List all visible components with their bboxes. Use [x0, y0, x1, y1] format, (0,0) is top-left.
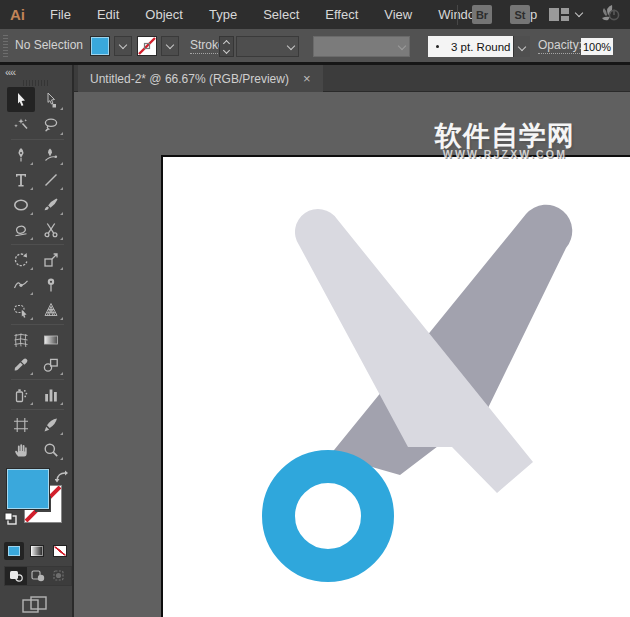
drawing-mode-buttons [4, 566, 72, 586]
curvature-tool[interactable] [37, 142, 65, 167]
puppet-warp-tool[interactable] [37, 272, 65, 297]
pen-tool[interactable] [7, 142, 35, 167]
toolbar-grip[interactable] [0, 78, 72, 87]
artboard[interactable] [161, 155, 630, 617]
menubar: Ai FileEditObjectTypeSelectEffectViewWin… [0, 0, 630, 29]
opacity-label[interactable]: Opacity: [538, 38, 582, 54]
canvas[interactable]: 软件自学网 WWW.RJZXW.COM [74, 92, 630, 617]
app-logo: Ai [10, 6, 25, 23]
tab-bar: Untitled-2* @ 66.67% (RGB/Preview) × [74, 65, 630, 92]
fill-indicator[interactable] [6, 468, 50, 510]
toolbar-separator [11, 139, 64, 140]
tool-grid [0, 87, 72, 462]
scissors-handle-ring[interactable] [279, 467, 378, 566]
gradient-button[interactable] [27, 542, 47, 560]
watermark-url: WWW.RJZXW.COM [426, 148, 584, 160]
br-panel-button[interactable]: Br [472, 5, 492, 24]
shape-builder-tool[interactable] [7, 297, 35, 322]
menu-item-select[interactable]: Select [250, 7, 312, 22]
menu-item-effect[interactable]: Effect [312, 7, 371, 22]
brush-dropdown-chevron[interactable] [513, 36, 530, 57]
line-segment-tool[interactable] [37, 167, 65, 192]
width-tool[interactable] [7, 272, 35, 297]
fill-color-swatch[interactable] [90, 36, 110, 56]
opacity-input[interactable]: 100% [581, 38, 613, 55]
paintbrush-tool[interactable] [37, 192, 65, 217]
artboard-tool[interactable] [7, 412, 35, 437]
selection-status: No Selection [15, 38, 83, 52]
toolbar-separator [11, 379, 64, 380]
perspective-grid-tool[interactable] [37, 297, 65, 322]
none-button[interactable] [50, 542, 70, 560]
toolbar-separator [11, 244, 64, 245]
stroke-weight-stepper[interactable] [219, 36, 234, 57]
swap-fill-stroke-icon[interactable] [55, 469, 69, 487]
menu-item-view[interactable]: View [371, 7, 425, 22]
panel-grip[interactable] [3, 35, 8, 57]
menu-item-file[interactable]: File [37, 7, 84, 22]
stroke-weight-dropdown[interactable] [236, 36, 299, 57]
draw-normal-button[interactable] [5, 567, 27, 585]
toolbar: «« [0, 65, 74, 617]
document-tab[interactable]: Untitled-2* @ 66.67% (RGB/Preview) × [78, 65, 323, 92]
scissors-tool[interactable] [37, 217, 65, 242]
tab-close-icon[interactable]: × [303, 72, 311, 85]
blend-tool[interactable] [37, 352, 65, 377]
slice-tool[interactable] [37, 412, 65, 437]
brush-definition-value: 3 pt. Round [451, 41, 510, 53]
zoom-tool[interactable] [37, 437, 65, 462]
menubar-separator [457, 5, 458, 25]
menubar-right: BrSt [457, 0, 622, 29]
fill-dropdown-button[interactable] [114, 36, 132, 56]
arrange-documents-icon[interactable] [548, 7, 570, 22]
paint-style-buttons [0, 542, 72, 560]
eyedropper-tool[interactable] [7, 352, 35, 377]
brush-preview-dot [436, 45, 439, 48]
chevron-down-icon[interactable] [575, 9, 583, 17]
toolbar-collapse-button[interactable]: «« [0, 65, 72, 78]
gradient-tool[interactable] [37, 327, 65, 352]
symbol-sprayer-tool[interactable] [7, 382, 35, 407]
variable-width-profile-dropdown[interactable] [313, 36, 410, 57]
control-bar: No Selection Stroke: 3 pt. Round Opacity… [0, 29, 630, 65]
scale-tool[interactable] [37, 247, 65, 272]
mesh-tool[interactable] [7, 327, 35, 352]
st-panel-button[interactable]: St [510, 5, 530, 24]
menu-item-object[interactable]: Object [132, 7, 196, 22]
toolbar-separator [11, 409, 64, 410]
menu-item-type[interactable]: Type [196, 7, 250, 22]
stroke-color-swatch[interactable] [137, 36, 157, 56]
draw-inside-button[interactable] [49, 567, 71, 585]
type-tool[interactable] [7, 167, 35, 192]
color-button[interactable] [4, 542, 24, 560]
default-fill-stroke-icon[interactable] [4, 512, 18, 530]
magic-wand-tool[interactable] [7, 112, 35, 137]
hand-tool[interactable] [7, 437, 35, 462]
menu-item-edit[interactable]: Edit [84, 7, 132, 22]
shaper-tool[interactable] [7, 217, 35, 242]
column-graph-tool[interactable] [37, 382, 65, 407]
toolbar-separator [11, 324, 64, 325]
illustrator-window: Ai FileEditObjectTypeSelectEffectViewWin… [0, 0, 630, 617]
scissors-artwork[interactable] [161, 155, 630, 617]
document-tab-title: Untitled-2* @ 66.67% (RGB/Preview) [90, 72, 289, 86]
direct-selection-tool[interactable] [37, 87, 65, 112]
stroke-dropdown-button[interactable] [161, 36, 179, 56]
quick-buttons: BrSt [472, 5, 548, 24]
gpu-performance-icon[interactable] [598, 4, 622, 25]
ellipse-tool[interactable] [7, 192, 35, 217]
lasso-tool[interactable] [37, 112, 65, 137]
brush-definition-dropdown[interactable]: 3 pt. Round [428, 36, 530, 57]
selection-tool[interactable] [7, 87, 35, 112]
screen-mode-icon[interactable] [22, 596, 72, 617]
fill-stroke-controls [0, 468, 72, 540]
draw-behind-button[interactable] [27, 567, 49, 585]
rotate-tool[interactable] [7, 247, 35, 272]
